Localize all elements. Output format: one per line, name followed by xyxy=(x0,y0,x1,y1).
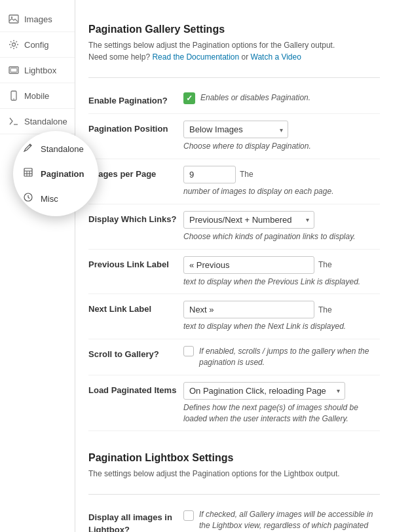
display-all-images-checkbox[interactable] xyxy=(183,510,194,521)
row-display-links: Display Which Links? Previous/Next + Num… xyxy=(88,204,380,250)
svg-rect-4 xyxy=(10,68,17,72)
display-links-select[interactable]: Previous/Next + Numbered Previous/Next O… xyxy=(183,211,314,229)
previous-link-hint: text to display when the Previous Link i… xyxy=(183,276,380,288)
lightbox-section-title: Pagination Lightbox Settings xyxy=(88,452,380,464)
control-display-links: Previous/Next + Numbered Previous/Next O… xyxy=(183,211,380,242)
desc-text-2: Need some help? xyxy=(88,52,150,62)
control-load-paginated: On Pagination Click, reloading Page AJAX… xyxy=(183,382,380,425)
misc-icon xyxy=(24,193,35,204)
sidebar-item-images[interactable]: Images xyxy=(0,7,75,32)
next-link-hint: text to display when the Next Link is di… xyxy=(183,321,380,332)
docs-link[interactable]: Read the Documentation xyxy=(152,52,239,62)
control-previous-link: The text to display when the Previous Li… xyxy=(183,256,380,288)
display-all-images-desc: If checked, all Gallery images will be a… xyxy=(199,509,380,532)
control-enable-pagination: Enables or disables Pagination. xyxy=(183,92,380,104)
label-display-all-images: Display all images in Lightbox? xyxy=(88,509,183,532)
divider-lightbox xyxy=(88,494,380,495)
sidebar-item-mobile[interactable]: Mobile xyxy=(0,83,75,109)
label-enable-pagination: Enable Pagination? xyxy=(88,92,183,107)
next-link-input-row: The xyxy=(183,301,380,318)
enable-pagination-checkbox[interactable] xyxy=(183,92,195,104)
desc-text-1: The settings below adjust the Pagination… xyxy=(88,41,335,50)
label-images-per-page: Images per Page xyxy=(88,166,183,180)
gear-icon xyxy=(8,39,20,50)
previous-link-input[interactable] xyxy=(183,256,314,274)
images-per-page-suffix: The xyxy=(240,170,253,179)
images-per-page-hint: number of images to display on each page… xyxy=(183,186,380,197)
row-previous-link-label: Previous Link Label The text to display … xyxy=(88,250,380,295)
sidebar-item-lightbox[interactable]: Lightbox xyxy=(0,58,75,83)
divider-top xyxy=(88,77,380,78)
standalone-icon xyxy=(8,115,20,127)
popup-pagination-label: Pagination xyxy=(41,169,84,179)
popup-item-pagination[interactable]: Pagination xyxy=(13,161,98,186)
sidebar-item-images-label: Images xyxy=(24,14,52,24)
row-display-all-images: Display all images in Lightbox? If check… xyxy=(88,503,380,532)
link-sep: or xyxy=(242,52,251,62)
pencil-icon xyxy=(24,143,35,155)
label-load-paginated: Load Paginated Items xyxy=(88,382,183,396)
images-per-page-input[interactable] xyxy=(183,166,236,183)
popup-menu: Standalone Pagination Misc xyxy=(13,131,98,216)
row-scroll-to-gallery: Scroll to Gallery? If enabled, scrolls /… xyxy=(88,339,380,375)
row-images-per-page: Images per Page The number of images to … xyxy=(88,159,380,204)
page-description: The settings below adjust the Pagination… xyxy=(88,39,380,63)
row-next-link-label: Next Link Label The text to display when… xyxy=(88,294,380,339)
svg-rect-7 xyxy=(24,168,32,176)
load-paginated-select[interactable]: On Pagination Click, reloading Page AJAX… xyxy=(183,382,345,400)
lightbox-section-header: Pagination Lightbox Settings The setting… xyxy=(88,431,380,494)
label-next-link: Next Link Label xyxy=(88,301,183,315)
scroll-to-gallery-desc: If enabled, scrolls / jumps to the galle… xyxy=(199,346,380,368)
page-header: Pagination Gallery Settings The settings… xyxy=(88,12,380,77)
load-paginated-hint: Defines how the next page(s) of images s… xyxy=(183,402,380,425)
svg-point-2 xyxy=(12,43,16,47)
svg-rect-0 xyxy=(9,15,18,23)
mobile-icon xyxy=(8,90,20,102)
control-scroll-to-gallery: If enabled, scrolls / jumps to the galle… xyxy=(183,346,380,368)
svg-point-6 xyxy=(13,98,14,100)
next-link-input[interactable] xyxy=(183,301,314,318)
previous-link-input-row: The xyxy=(183,256,380,274)
sidebar-item-standalone[interactable]: Standalone xyxy=(0,109,75,134)
main-content: Pagination Gallery Settings The settings… xyxy=(75,0,393,532)
control-next-link: The text to display when the Next Link i… xyxy=(183,301,380,332)
label-pagination-position: Pagination Position xyxy=(88,121,183,135)
sidebar-item-config[interactable]: Config xyxy=(0,32,75,58)
next-link-suffix: The xyxy=(318,305,332,314)
row-load-paginated: Load Paginated Items On Pagination Click… xyxy=(88,375,380,432)
popup-standalone-label: Standalone xyxy=(41,144,84,154)
row-enable-pagination: Enable Pagination? Enables or disables P… xyxy=(88,86,380,114)
scroll-to-gallery-checkbox[interactable] xyxy=(183,346,194,356)
control-images-per-page: The number of images to display on each … xyxy=(183,166,380,197)
sidebar-item-standalone-label: Standalone xyxy=(24,117,67,126)
page-title: Pagination Gallery Settings xyxy=(88,24,380,35)
display-links-hint: Choose which kinds of pagination links t… xyxy=(183,231,380,242)
label-scroll-to-gallery: Scroll to Gallery? xyxy=(88,346,183,360)
display-links-select-wrapper: Previous/Next + Numbered Previous/Next O… xyxy=(183,211,314,229)
label-display-links: Display Which Links? xyxy=(88,211,183,225)
pagination-position-select-wrapper: Below Images Above Images Both ▾ xyxy=(183,121,288,138)
pagination-position-select[interactable]: Below Images Above Images Both xyxy=(183,121,288,138)
control-display-all-images: If checked, all Gallery images will be a… xyxy=(183,509,380,532)
table-icon xyxy=(24,168,35,180)
control-pagination-position: Below Images Above Images Both ▾ Choose … xyxy=(183,121,380,152)
lightbox-section-desc: The settings below adjust the Pagination… xyxy=(88,468,380,480)
video-link[interactable]: Watch a Video xyxy=(251,52,301,62)
image-icon xyxy=(8,13,20,25)
svg-point-1 xyxy=(11,16,12,18)
lightbox-icon xyxy=(8,64,20,76)
sidebar-item-lightbox-label: Lightbox xyxy=(24,66,56,75)
pagination-position-hint: Choose where to display Pagination. xyxy=(183,141,380,152)
row-pagination-position: Pagination Position Below Images Above I… xyxy=(88,114,380,159)
popup-misc-label: Misc xyxy=(41,194,58,204)
images-per-page-input-row: The xyxy=(183,166,380,183)
sidebar: Images Config Lightbox Mobile xyxy=(0,0,75,532)
enable-pagination-desc: Enables or disables Pagination. xyxy=(200,92,310,104)
sidebar-item-config-label: Config xyxy=(24,40,49,50)
load-paginated-select-wrapper: On Pagination Click, reloading Page AJAX… xyxy=(183,382,345,400)
label-previous-link: Previous Link Label xyxy=(88,256,183,271)
previous-link-suffix: The xyxy=(318,260,332,269)
sidebar-item-mobile-label: Mobile xyxy=(24,91,49,101)
